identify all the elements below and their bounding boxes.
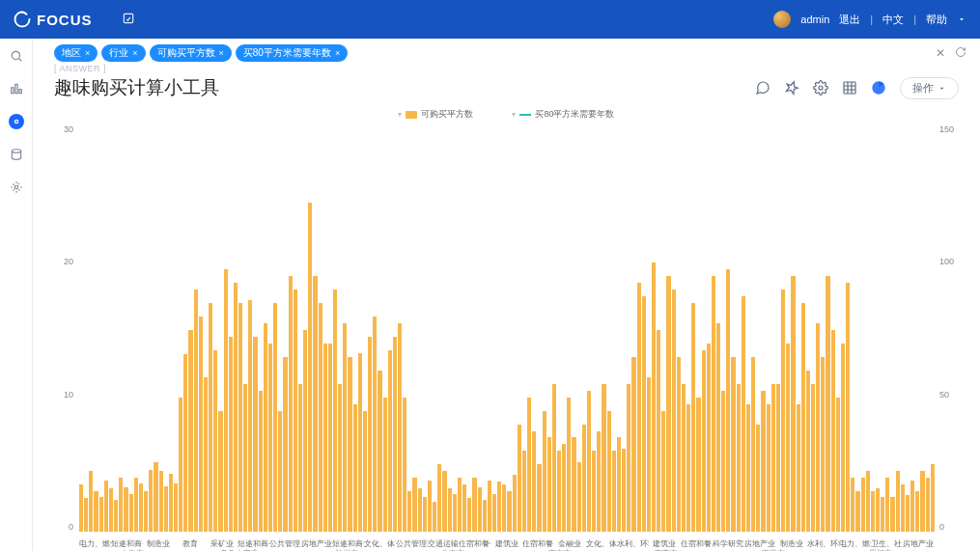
gear-icon[interactable] — [813, 80, 828, 96]
chevron-down-icon: ▾ — [512, 110, 516, 119]
lang-toggle[interactable]: 中文 — [882, 13, 904, 27]
svg-rect-3 — [14, 84, 16, 93]
title-row: 趣味购买计算小工具 操作 — [33, 73, 980, 106]
pie-chart-icon[interactable] — [871, 80, 886, 96]
pin-icon[interactable] — [784, 80, 799, 96]
legend-s2[interactable]: ▾ 买80平方米需要年数 — [512, 108, 614, 121]
avatar[interactable] — [773, 11, 791, 28]
comment-icon[interactable] — [755, 80, 770, 96]
ops-label: 操作 — [912, 81, 934, 96]
refresh-icon[interactable] — [955, 46, 966, 61]
svg-point-1 — [12, 51, 19, 59]
chip-close-icon[interactable]: × — [132, 48, 137, 58]
line-overlay — [79, 128, 934, 551]
query-chip[interactable]: 可购买平方数× — [150, 44, 232, 62]
title-actions: 操作 — [755, 77, 959, 99]
brand-text: FOCUS — [37, 12, 93, 28]
username[interactable]: admin — [800, 14, 829, 25]
focus-logo-icon — [14, 11, 31, 28]
sidebar-data[interactable] — [9, 147, 24, 162]
chips-container: 地区×行业×可购买平方数×买80平方米需要年数× — [54, 44, 348, 62]
svg-point-8 — [819, 86, 823, 90]
svg-point-5 — [14, 120, 17, 123]
bar-swatch — [406, 111, 417, 119]
ops-button[interactable]: 操作 — [900, 77, 959, 99]
legend: ▾ 可购买平方数 ▾ 买80平方米需要年数 — [54, 106, 959, 124]
user-cluster: admin 退出 | 中文 | 帮助 — [773, 11, 966, 28]
svg-point-6 — [12, 150, 20, 153]
chip-close-icon[interactable]: × — [335, 48, 340, 58]
sidebar-active[interactable] — [9, 114, 24, 129]
y-axis-left: 3020100 — [54, 124, 77, 532]
chip-label: 买80平方米需要年数 — [243, 46, 331, 60]
svg-point-7 — [14, 185, 18, 189]
chevron-down-icon: ▾ — [398, 110, 402, 119]
sidebar-chart[interactable] — [9, 81, 24, 96]
chip-label: 可购买平方数 — [157, 46, 215, 60]
query-chip[interactable]: 地区× — [54, 44, 98, 62]
clear-icon[interactable]: ✕ — [936, 46, 945, 61]
legend-s1[interactable]: ▾ 可购买平方数 — [398, 108, 473, 121]
brand-logo[interactable]: FOCUS — [14, 11, 93, 28]
y-axis-right: 150100500 — [936, 124, 959, 532]
line-swatch — [519, 114, 531, 116]
answer-label: [ ANSWER ] — [33, 64, 980, 73]
chip-close-icon[interactable]: × — [85, 48, 90, 58]
sidebar-search[interactable] — [9, 48, 24, 64]
query-chip[interactable]: 买80平方米需要年数× — [236, 44, 348, 62]
table-icon[interactable] — [842, 80, 857, 96]
query-chip[interactable]: 行业× — [101, 44, 145, 62]
svg-rect-9 — [844, 82, 855, 94]
chevron-down-icon — [938, 84, 946, 93]
chevron-down-icon — [957, 14, 966, 24]
legend-s2-label: 买80平方米需要年数 — [535, 108, 614, 121]
chip-close-icon[interactable]: × — [219, 48, 224, 58]
svg-rect-0 — [124, 14, 132, 22]
page-title: 趣味购买计算小工具 — [54, 75, 219, 100]
sidebar — [0, 39, 33, 551]
sidebar-settings[interactable] — [9, 179, 24, 195]
chart-area: ▾ 可购买平方数 ▾ 买80平方米需要年数 3020100 150100500 … — [33, 106, 980, 551]
query-row: 地区×行业×可购买平方数×买80平方米需要年数× ✕ — [33, 39, 980, 64]
main: 地区×行业×可购买平方数×买80平方米需要年数× ✕ [ ANSWER ] 趣味… — [33, 39, 980, 551]
plot: 3020100 150100500 电力、燃气...短途和商务...制造业教育采… — [54, 124, 959, 549]
logout-link[interactable]: 退出 — [839, 13, 860, 27]
topbar: FOCUS admin 退出 | 中文 | 帮助 — [0, 0, 980, 39]
legend-s1-label: 可购买平方数 — [421, 108, 473, 121]
svg-rect-4 — [18, 90, 20, 94]
chip-label: 行业 — [109, 46, 128, 60]
edit-icon[interactable] — [122, 12, 135, 28]
svg-rect-2 — [11, 88, 13, 94]
chip-label: 地区 — [62, 46, 81, 60]
help-link[interactable]: 帮助 — [926, 13, 947, 27]
